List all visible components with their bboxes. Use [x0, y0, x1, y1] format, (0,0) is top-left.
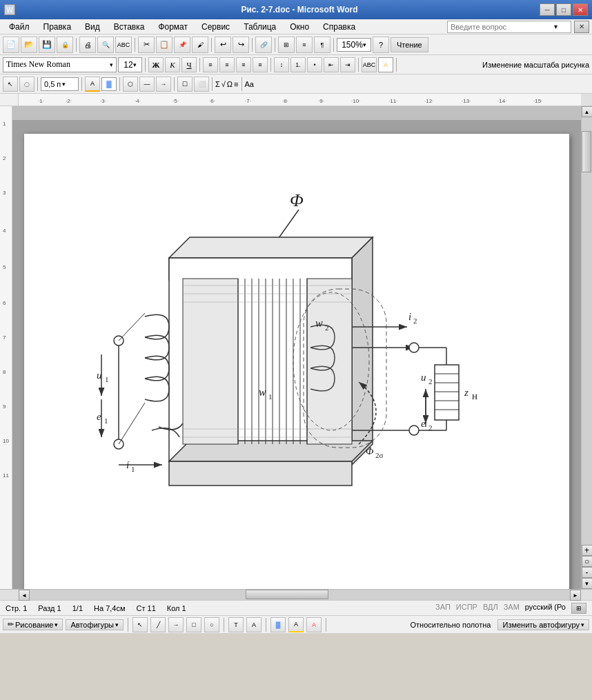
- print-button[interactable]: 🖨: [79, 37, 96, 53]
- shadow-btn[interactable]: ☐: [177, 77, 193, 92]
- change-auto-shape-button[interactable]: Изменить автофигуру ▾: [497, 619, 589, 630]
- scroll-thumb[interactable]: [582, 131, 591, 172]
- scroll-zoom-buttons[interactable]: + ○ -: [582, 545, 593, 578]
- line-width-box[interactable]: 0,5 п ▾: [41, 77, 79, 91]
- svg-text:2: 2: [428, 377, 433, 386]
- print-preview-button[interactable]: 🔍: [97, 37, 114, 53]
- columns-button[interactable]: ≡: [296, 37, 313, 53]
- copy-button[interactable]: 📋: [156, 37, 172, 53]
- permissions-button[interactable]: 🔒: [57, 37, 73, 53]
- scroll-track[interactable]: [582, 117, 592, 545]
- scroll-down-button[interactable]: ▼: [582, 578, 593, 589]
- line-spacing-button[interactable]: ↕: [274, 57, 289, 72]
- format-painter-button[interactable]: 🖌: [192, 37, 208, 53]
- hscroll-track[interactable]: [30, 590, 570, 600]
- line-color-bottom-btn[interactable]: A: [288, 617, 304, 632]
- menu-help[interactable]: Справка: [317, 20, 362, 34]
- cut-button[interactable]: ✂: [138, 37, 155, 53]
- hscroll-right-button[interactable]: ►: [570, 590, 581, 601]
- search-input[interactable]: [451, 23, 554, 31]
- justify-button[interactable]: ≡: [253, 57, 268, 72]
- auto-shapes-button[interactable]: Автофигуры ▾: [66, 619, 124, 630]
- rect-tool-button[interactable]: □: [186, 617, 201, 632]
- scroll-up-button[interactable]: ▲: [582, 106, 593, 117]
- highlight-color[interactable]: A: [378, 57, 393, 72]
- drawing-button[interactable]: ✏ Рисование ▾: [3, 619, 63, 630]
- font-name-dropdown-icon[interactable]: ▾: [110, 61, 113, 68]
- font-name-combo[interactable]: Times New Roman ▾: [3, 57, 117, 72]
- table-button[interactable]: ⊞: [278, 37, 295, 53]
- menu-insert[interactable]: Вставка: [108, 20, 151, 34]
- bold-button[interactable]: Ж: [148, 57, 164, 72]
- numbering-button[interactable]: 1.: [290, 57, 306, 72]
- align-right-button[interactable]: ≡: [236, 57, 251, 72]
- ellipse-tool-button[interactable]: ○: [204, 617, 219, 632]
- menu-file[interactable]: Файл: [3, 20, 36, 34]
- select-button[interactable]: ↖: [132, 617, 148, 632]
- lang-button[interactable]: ABC: [362, 57, 377, 72]
- open-button[interactable]: 📂: [21, 37, 37, 53]
- maximize-button[interactable]: □: [556, 3, 571, 16]
- close-search-button[interactable]: ✕: [574, 21, 589, 33]
- line-color-btn[interactable]: A: [85, 77, 100, 92]
- text-box-button[interactable]: T: [228, 617, 244, 632]
- paste-button[interactable]: 📌: [174, 37, 190, 53]
- reading-mode-button[interactable]: Чтение: [391, 37, 428, 52]
- italic-button[interactable]: К: [165, 57, 180, 72]
- menu-service[interactable]: Сервис: [195, 20, 236, 34]
- fill-color-btn[interactable]: ▓: [101, 77, 117, 91]
- menu-format[interactable]: Формат: [152, 20, 194, 34]
- save-button[interactable]: 💾: [39, 37, 55, 53]
- hyperlink-button[interactable]: 🔗: [255, 37, 272, 53]
- arrow-tool-button[interactable]: →: [168, 617, 184, 632]
- minimize-button[interactable]: ─: [540, 3, 555, 16]
- auto-shapes-dropdown-icon[interactable]: ▾: [115, 621, 119, 628]
- increase-indent-button[interactable]: ⇥: [340, 57, 355, 72]
- svg-text:4: 4: [3, 228, 6, 234]
- wordart-button[interactable]: A: [246, 617, 262, 632]
- menu-table[interactable]: Таблица: [237, 20, 282, 34]
- zoom-neutral-button[interactable]: ○: [582, 556, 593, 567]
- close-button[interactable]: ✕: [573, 3, 588, 16]
- menu-edit[interactable]: Правка: [37, 20, 78, 34]
- line-width-dropdown-icon[interactable]: ▾: [62, 81, 66, 88]
- align-left-button[interactable]: ≡: [203, 57, 218, 72]
- zoom-in-button[interactable]: +: [582, 545, 593, 556]
- font-size-dropdown-icon[interactable]: ▾: [133, 61, 137, 68]
- font-size-combo[interactable]: 12 ▾: [118, 57, 142, 72]
- show-hide-button[interactable]: ¶: [314, 37, 330, 53]
- toggle-layout-button[interactable]: ⊞: [571, 603, 586, 614]
- menu-window[interactable]: Окно: [284, 20, 315, 34]
- redo-button[interactable]: ↪: [233, 37, 249, 53]
- fill-color-bottom-btn[interactable]: ▓: [270, 617, 286, 632]
- underline-button[interactable]: Ч: [181, 57, 197, 72]
- vertical-scrollbar[interactable]: ▲ + ○ - ▼: [581, 106, 592, 589]
- menu-view[interactable]: Вид: [79, 20, 106, 34]
- help-search[interactable]: ▾: [447, 21, 571, 33]
- draw-btn-2[interactable]: ◌: [19, 77, 34, 92]
- decrease-indent-button[interactable]: ⇤: [324, 57, 339, 72]
- undo-button[interactable]: ↩: [215, 37, 231, 53]
- window-controls[interactable]: ─ □ ✕: [540, 3, 588, 16]
- line-tool-button[interactable]: ╱: [150, 617, 166, 632]
- shapes-btn[interactable]: ⬡: [123, 77, 138, 92]
- 3d-btn[interactable]: ⬜: [194, 77, 209, 92]
- svg-marker-28: [169, 237, 373, 258]
- draw-btn-1[interactable]: ↖: [3, 77, 18, 92]
- hscroll-thumb[interactable]: [246, 590, 328, 599]
- zoom-dropdown-icon[interactable]: ▾: [363, 41, 366, 48]
- new-button[interactable]: 📄: [3, 37, 19, 53]
- line-style-btn[interactable]: —: [139, 77, 155, 92]
- zoom-box[interactable]: 150% ▾: [337, 38, 371, 52]
- spell-check-button[interactable]: ABC: [115, 37, 132, 53]
- zoom-out-button[interactable]: -: [582, 567, 593, 578]
- change-auto-shape-dropdown-icon[interactable]: ▾: [581, 621, 584, 628]
- drawing-dropdown-icon[interactable]: ▾: [55, 621, 58, 628]
- toolbar-separator-4: [252, 38, 253, 52]
- align-center-button[interactable]: ≡: [219, 57, 235, 72]
- arrow-btn[interactable]: →: [156, 77, 171, 92]
- hscroll-left-button[interactable]: ◄: [19, 590, 30, 601]
- help-button[interactable]: ?: [373, 37, 389, 53]
- font-color-btn[interactable]: A: [306, 617, 322, 632]
- bullets-button[interactable]: •: [307, 57, 322, 72]
